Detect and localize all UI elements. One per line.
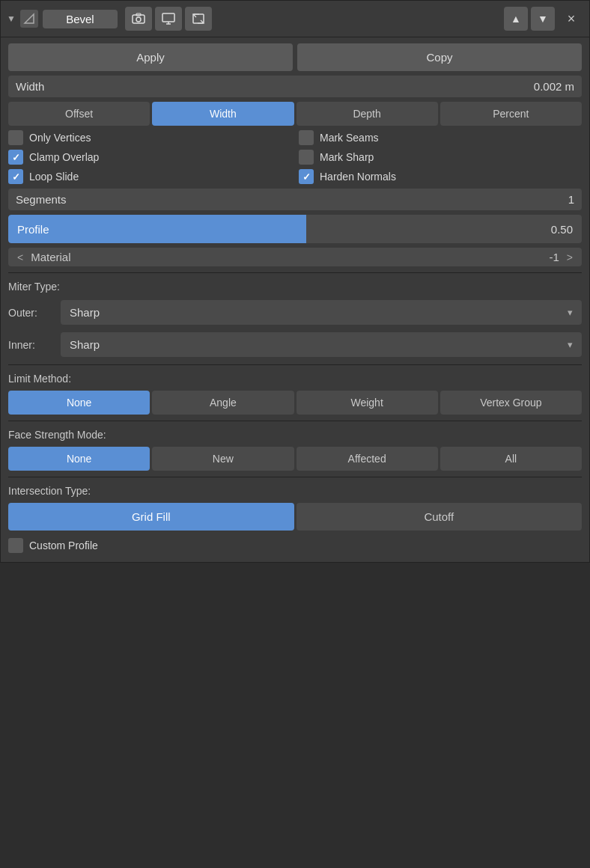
inner-dropdown-value: Sharp: [70, 338, 568, 351]
only-vertices-option[interactable]: Only Vertices: [8, 130, 291, 145]
outer-key: Outer:: [8, 307, 53, 319]
material-prev-btn[interactable]: <: [13, 251, 28, 263]
segments-value: 1: [568, 193, 574, 206]
divider-2: [8, 364, 582, 365]
outer-dropdown-arrow: ▾: [568, 307, 573, 318]
face-strength-label: Face Strength Mode:: [8, 427, 582, 442]
inner-dropdown-arrow: ▾: [568, 339, 573, 350]
loop-slide-label: Loop Slide: [29, 171, 79, 183]
divider-1: [8, 272, 582, 273]
mark-seams-checkbox[interactable]: [299, 130, 314, 145]
custom-profile-checkbox[interactable]: [8, 538, 23, 553]
svg-marker-0: [25, 14, 34, 23]
limit-none-btn[interactable]: None: [8, 391, 150, 415]
panel-collapse-arrow[interactable]: ▼: [7, 13, 16, 24]
loop-slide-checkbox[interactable]: [8, 169, 23, 184]
grid-fill-btn[interactable]: Grid Fill: [8, 503, 294, 531]
bevel-panel: ▼ Bevel ▲ ▼ × Apply Copy: [0, 0, 590, 563]
resize-mode-btn[interactable]: [185, 7, 212, 31]
segments-row[interactable]: Segments 1: [8, 189, 582, 210]
mark-seams-label: Mark Seams: [320, 132, 379, 144]
tab-width[interactable]: Width: [152, 102, 294, 126]
limit-angle-btn[interactable]: Angle: [152, 391, 294, 415]
mark-seams-option[interactable]: Mark Seams: [299, 130, 582, 145]
profile-value: 0.50: [542, 223, 582, 236]
limit-method-label: Limit Method:: [8, 371, 582, 386]
mark-sharp-checkbox[interactable]: [299, 150, 314, 165]
segments-label: Segments: [16, 193, 568, 206]
custom-profile-row[interactable]: Custom Profile: [8, 535, 582, 556]
panel-content: Apply Copy Width 0.002 m Offset Width De…: [1, 37, 589, 562]
close-button[interactable]: ×: [559, 7, 583, 31]
mark-sharp-label: Mark Sharp: [320, 151, 374, 163]
clamp-overlap-label: Clamp Overlap: [29, 151, 99, 163]
monitor-mode-btn[interactable]: [155, 7, 182, 31]
intersection-buttons: Grid Fill Cutoff: [8, 503, 582, 531]
camera-mode-btn[interactable]: [125, 7, 152, 31]
tab-percent[interactable]: Percent: [440, 102, 582, 126]
svg-rect-4: [162, 13, 174, 22]
only-vertices-label: Only Vertices: [29, 132, 91, 144]
limit-method-buttons: None Angle Weight Vertex Group: [8, 391, 582, 415]
copy-button[interactable]: Copy: [297, 43, 582, 71]
modifier-icon: [20, 10, 38, 28]
inner-key: Inner:: [8, 339, 53, 351]
nav-down-btn[interactable]: ▼: [531, 7, 555, 31]
mark-sharp-option[interactable]: Mark Sharp: [299, 150, 582, 165]
apply-button[interactable]: Apply: [8, 43, 293, 71]
width-value: 0.002 m: [534, 80, 574, 93]
clamp-overlap-checkbox[interactable]: [8, 150, 23, 165]
inner-dropdown[interactable]: Sharp ▾: [61, 332, 582, 357]
inner-dropdown-row: Inner: Sharp ▾: [8, 331, 582, 358]
outer-dropdown-row: Outer: Sharp ▾: [8, 299, 582, 326]
width-label: Width: [16, 80, 534, 93]
material-next-btn[interactable]: >: [562, 251, 577, 263]
miter-type-label: Miter Type:: [8, 279, 582, 294]
face-affected-btn[interactable]: Affected: [296, 447, 438, 471]
svg-point-2: [136, 17, 141, 22]
loop-slide-option[interactable]: Loop Slide: [8, 169, 291, 184]
header: ▼ Bevel ▲ ▼ ×: [1, 1, 589, 37]
width-row: Width 0.002 m: [8, 76, 582, 97]
apply-copy-row: Apply Copy: [8, 43, 582, 71]
material-label: Material: [28, 251, 549, 263]
tab-depth[interactable]: Depth: [296, 102, 438, 126]
header-mode-icons: [125, 7, 212, 31]
panel-title: Bevel: [43, 10, 118, 28]
profile-slider[interactable]: Profile 0.50: [8, 215, 582, 243]
harden-normals-label: Harden Normals: [320, 171, 396, 183]
harden-normals-option[interactable]: Harden Normals: [299, 169, 582, 184]
outer-dropdown[interactable]: Sharp ▾: [61, 300, 582, 325]
nav-up-btn[interactable]: ▲: [504, 7, 528, 31]
options-grid: Only Vertices Mark Seams Clamp Overlap M…: [8, 130, 582, 184]
clamp-overlap-option[interactable]: Clamp Overlap: [8, 150, 291, 165]
material-value: -1: [549, 251, 562, 263]
header-nav: ▲ ▼: [504, 7, 555, 31]
face-none-btn[interactable]: None: [8, 447, 150, 471]
divider-3: [8, 421, 582, 421]
only-vertices-checkbox[interactable]: [8, 130, 23, 145]
face-strength-buttons: None New Affected All: [8, 447, 582, 471]
divider-4: [8, 477, 582, 477]
outer-dropdown-value: Sharp: [70, 306, 568, 319]
profile-label: Profile: [8, 223, 58, 236]
limit-weight-btn[interactable]: Weight: [296, 391, 438, 415]
face-new-btn[interactable]: New: [152, 447, 294, 471]
intersection-type-label: Intersection Type:: [8, 483, 582, 498]
custom-profile-label: Custom Profile: [29, 540, 98, 551]
width-type-tabs: Offset Width Depth Percent: [8, 102, 582, 126]
harden-normals-checkbox[interactable]: [299, 169, 314, 184]
material-row: < Material -1 >: [8, 248, 582, 266]
cutoff-btn[interactable]: Cutoff: [296, 503, 583, 531]
face-all-btn[interactable]: All: [440, 447, 582, 471]
limit-vertex-group-btn[interactable]: Vertex Group: [440, 391, 582, 415]
tab-offset[interactable]: Offset: [8, 102, 150, 126]
